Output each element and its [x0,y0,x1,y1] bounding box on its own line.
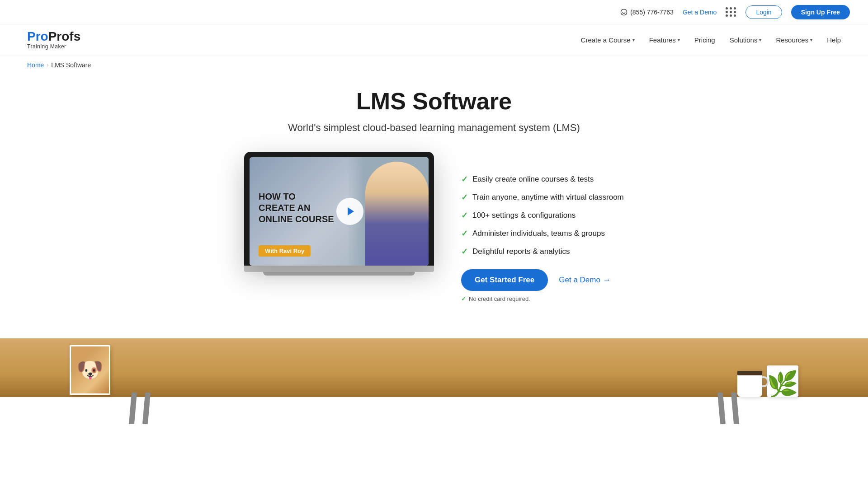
play-button[interactable] [336,198,363,225]
phone-info: (855) 776-7763 [620,9,674,16]
dot [730,14,732,17]
nav-create-course[interactable]: Create a Course ▾ [581,36,635,44]
dot [730,11,732,13]
hero-subtitle: World's simplest cloud-based learning ma… [27,122,841,134]
get-demo-link[interactable]: Get a Demo → [559,276,611,285]
dot [726,11,728,13]
logo-tagline: Training Maker [27,43,66,50]
nav-help[interactable]: Help [827,36,841,44]
laptop-foot [263,272,415,276]
nav-links: Create a Course ▾ Features ▾ Pricing Sol… [581,36,841,44]
login-button[interactable]: Login [745,5,782,19]
signup-button[interactable]: Sign Up Free [791,5,850,19]
svg-marker-1 [348,207,354,215]
desk-legs [0,388,868,424]
play-icon [345,206,356,217]
chevron-down-icon: ▾ [678,37,680,42]
check-icon: ✓ [461,229,468,238]
nav-pricing[interactable]: Pricing [694,36,715,44]
hero-section: LMS Software World's simplest cloud-base… [0,74,868,134]
chevron-down-icon: ▾ [759,37,761,42]
phone-icon [620,9,627,16]
coffee-surface [737,371,762,375]
apps-grid-icon[interactable] [726,7,736,17]
laptop-screen-wrap: HOW TO CREATE AN ONLINE COURSE With Ravi… [244,152,434,266]
video-title: HOW TO CREATE AN ONLINE COURSE [259,191,334,225]
check-icon: ✓ [461,210,468,220]
chevron-down-icon: ▾ [810,37,812,42]
dot [730,7,732,9]
laptop-screen[interactable]: HOW TO CREATE AN ONLINE COURSE With Ravi… [250,157,429,266]
feature-item: ✓ Delightful reports & analytics [461,247,624,257]
nav-resources[interactable]: Resources ▾ [776,36,812,44]
svg-point-0 [621,9,627,15]
features-list: ✓ Easily create online courses & tests ✓… [461,165,624,257]
get-started-button[interactable]: Get Started Free [461,269,548,291]
breadcrumb-current: LMS Software [51,61,91,69]
video-laptop: HOW TO CREATE AN ONLINE COURSE With Ravi… [244,152,434,276]
photo-inner: 🐶 [71,346,109,393]
feature-item: ✓ Easily create online courses & tests [461,174,624,184]
breadcrumb: Home › LMS Software [0,56,868,74]
desk-leg [717,393,726,424]
breadcrumb-home[interactable]: Home [27,61,44,69]
feature-item: ✓ 100+ settings & configurations [461,210,624,220]
hero-content-row: HOW TO CREATE AN ONLINE COURSE With Ravi… [0,152,868,302]
page-title: LMS Software [27,88,841,115]
feature-item: ✓ Administer individuals, teams & groups [461,229,624,238]
check-icon: ✓ [461,192,468,202]
phone-number: (855) 776-7763 [630,9,674,16]
chevron-down-icon: ▾ [632,37,635,42]
laptop-base [244,266,434,272]
check-icon: ✓ [461,247,468,257]
cta-area: Get Started Free Get a Demo → [461,269,624,291]
desk-leg [731,393,739,424]
desk-scene: 🐶 🌿 [0,298,868,424]
breadcrumb-separator: › [47,62,48,68]
dot [734,11,736,13]
desk-leg [142,393,151,424]
top-bar: (855) 776-7763 Get a Demo Login Sign Up … [0,0,868,24]
person-body [365,162,429,266]
top-get-demo-link[interactable]: Get a Demo [683,9,717,16]
photo-frame: 🐶 [70,345,110,395]
feature-item: ✓ Train anyone, anytime with virtual cla… [461,192,624,202]
dot [734,14,736,17]
dot [734,7,736,9]
logo-profs: Profs [48,29,81,43]
dog-photo: 🐶 [76,357,104,383]
video-badge: With Ravi Roy [259,245,311,257]
nav-features[interactable]: Features ▾ [649,36,680,44]
main-nav: ProProfs Training Maker Create a Course … [0,24,868,56]
logo-pro: Pro [27,29,48,43]
desk-leg [129,393,137,424]
dot [726,7,728,9]
logo[interactable]: ProProfs Training Maker [27,30,80,50]
dot [726,14,728,17]
features-column: ✓ Easily create online courses & tests ✓… [461,152,624,302]
nav-solutions[interactable]: Solutions ▾ [730,36,762,44]
check-icon: ✓ [461,174,468,184]
